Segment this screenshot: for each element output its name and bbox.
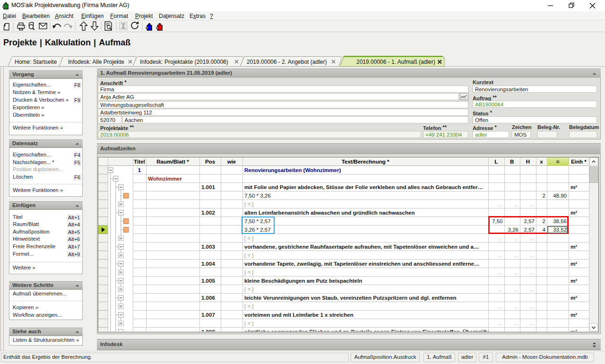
svg-text:2019.00006 - 1. Aufmaß (adler): 2019.00006 - 1. Aufmaß (adler) — [356, 59, 435, 65]
svg-text:Infodesk: Projektakte (2019.00: Infodesk: Projektakte (2019.00006) — [140, 59, 228, 65]
svg-text:Home: Startseite: Home: Startseite — [15, 59, 57, 65]
svg-text:Infodesk: Alle Projekte: Infodesk: Alle Projekte — [68, 59, 124, 65]
svg-text:2019.00006 - 2. Angebot (adler: 2019.00006 - 2. Angebot (adler) — [247, 59, 327, 65]
